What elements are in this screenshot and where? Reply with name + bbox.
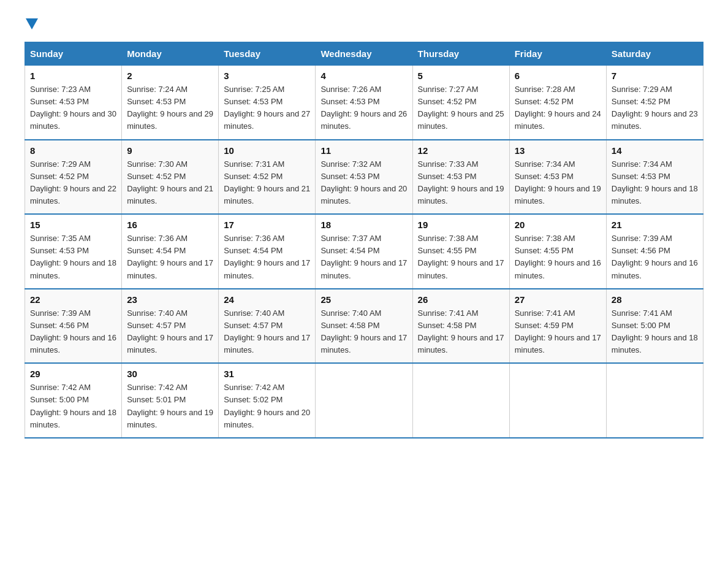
day-number: 11 xyxy=(320,145,407,156)
calendar-cell: 21 Sunrise: 7:39 AMSunset: 4:56 PMDaylig… xyxy=(606,214,703,289)
day-info: Sunrise: 7:26 AMSunset: 4:53 PMDaylight:… xyxy=(320,85,407,131)
day-number: 24 xyxy=(224,294,310,305)
calendar-cell: 9 Sunrise: 7:30 AMSunset: 4:52 PMDayligh… xyxy=(122,140,219,215)
day-info: Sunrise: 7:41 AMSunset: 4:58 PMDaylight:… xyxy=(418,308,504,354)
day-number: 17 xyxy=(224,220,310,230)
day-info: Sunrise: 7:32 AMSunset: 4:53 PMDaylight:… xyxy=(320,159,407,205)
calendar-cell xyxy=(509,363,606,438)
day-number: 28 xyxy=(612,294,698,305)
calendar-cell: 28 Sunrise: 7:41 AMSunset: 5:00 PMDaylig… xyxy=(606,289,703,364)
calendar-table: SundayMondayTuesdayWednesdayThursdayFrid… xyxy=(25,42,703,439)
day-number: 29 xyxy=(30,369,116,379)
day-number: 13 xyxy=(515,145,601,156)
calendar-cell: 20 Sunrise: 7:38 AMSunset: 4:55 PMDaylig… xyxy=(509,214,606,289)
calendar-cell: 29 Sunrise: 7:42 AMSunset: 5:00 PMDaylig… xyxy=(25,363,122,438)
day-info: Sunrise: 7:42 AMSunset: 5:00 PMDaylight:… xyxy=(30,383,116,429)
calendar-cell: 8 Sunrise: 7:29 AMSunset: 4:52 PMDayligh… xyxy=(25,140,122,215)
day-info: Sunrise: 7:39 AMSunset: 4:56 PMDaylight:… xyxy=(30,308,116,354)
day-info: Sunrise: 7:38 AMSunset: 4:55 PMDaylight:… xyxy=(515,234,601,280)
day-number: 15 xyxy=(30,220,116,230)
calendar-cell: 31 Sunrise: 7:42 AMSunset: 5:02 PMDaylig… xyxy=(219,363,316,438)
header-monday: Monday xyxy=(122,42,219,66)
day-info: Sunrise: 7:39 AMSunset: 4:56 PMDaylight:… xyxy=(612,234,698,280)
calendar-cell: 25 Sunrise: 7:40 AMSunset: 4:58 PMDaylig… xyxy=(316,289,412,364)
calendar-cell: 1 Sunrise: 7:23 AMSunset: 4:53 PMDayligh… xyxy=(25,66,122,140)
day-number: 18 xyxy=(320,220,407,230)
calendar-cell: 16 Sunrise: 7:36 AMSunset: 4:54 PMDaylig… xyxy=(122,214,219,289)
header-sunday: Sunday xyxy=(25,42,122,66)
calendar-cell: 17 Sunrise: 7:36 AMSunset: 4:54 PMDaylig… xyxy=(219,214,316,289)
calendar-cell: 27 Sunrise: 7:41 AMSunset: 4:59 PMDaylig… xyxy=(509,289,606,364)
header-wednesday: Wednesday xyxy=(316,42,412,66)
day-number: 4 xyxy=(320,71,407,81)
calendar-cell: 23 Sunrise: 7:40 AMSunset: 4:57 PMDaylig… xyxy=(122,289,219,364)
day-number: 30 xyxy=(127,369,213,379)
day-number: 5 xyxy=(418,71,504,81)
day-info: Sunrise: 7:31 AMSunset: 4:52 PMDaylight:… xyxy=(224,159,310,205)
day-number: 20 xyxy=(515,220,601,230)
day-info: Sunrise: 7:33 AMSunset: 4:53 PMDaylight:… xyxy=(418,159,504,205)
calendar-cell: 19 Sunrise: 7:38 AMSunset: 4:55 PMDaylig… xyxy=(412,214,509,289)
logo-arrow-icon xyxy=(26,18,38,29)
day-number: 8 xyxy=(30,145,116,156)
calendar-cell: 22 Sunrise: 7:39 AMSunset: 4:56 PMDaylig… xyxy=(25,289,122,364)
calendar-cell: 14 Sunrise: 7:34 AMSunset: 4:53 PMDaylig… xyxy=(606,140,703,215)
calendar-cell: 30 Sunrise: 7:42 AMSunset: 5:01 PMDaylig… xyxy=(122,363,219,438)
logo xyxy=(25,18,39,31)
calendar-cell: 24 Sunrise: 7:40 AMSunset: 4:57 PMDaylig… xyxy=(219,289,316,364)
calendar-cell: 3 Sunrise: 7:25 AMSunset: 4:53 PMDayligh… xyxy=(219,66,316,140)
week-row-1: 1 Sunrise: 7:23 AMSunset: 4:53 PMDayligh… xyxy=(25,66,703,140)
day-info: Sunrise: 7:35 AMSunset: 4:53 PMDaylight:… xyxy=(30,234,116,280)
day-info: Sunrise: 7:30 AMSunset: 4:52 PMDaylight:… xyxy=(127,159,213,205)
day-info: Sunrise: 7:29 AMSunset: 4:52 PMDaylight:… xyxy=(612,85,698,131)
week-row-2: 8 Sunrise: 7:29 AMSunset: 4:52 PMDayligh… xyxy=(25,140,703,215)
calendar-cell: 18 Sunrise: 7:37 AMSunset: 4:54 PMDaylig… xyxy=(316,214,412,289)
day-info: Sunrise: 7:37 AMSunset: 4:54 PMDaylight:… xyxy=(320,234,407,280)
day-info: Sunrise: 7:27 AMSunset: 4:52 PMDaylight:… xyxy=(418,85,504,131)
day-number: 26 xyxy=(418,294,504,305)
calendar-cell: 26 Sunrise: 7:41 AMSunset: 4:58 PMDaylig… xyxy=(412,289,509,364)
day-info: Sunrise: 7:36 AMSunset: 4:54 PMDaylight:… xyxy=(127,234,213,280)
calendar-cell: 13 Sunrise: 7:34 AMSunset: 4:53 PMDaylig… xyxy=(509,140,606,215)
day-number: 3 xyxy=(224,71,310,81)
day-info: Sunrise: 7:40 AMSunset: 4:57 PMDaylight:… xyxy=(127,308,213,354)
calendar-cell: 11 Sunrise: 7:32 AMSunset: 4:53 PMDaylig… xyxy=(316,140,412,215)
day-number: 16 xyxy=(127,220,213,230)
calendar-cell: 7 Sunrise: 7:29 AMSunset: 4:52 PMDayligh… xyxy=(606,66,703,140)
calendar-cell: 12 Sunrise: 7:33 AMSunset: 4:53 PMDaylig… xyxy=(412,140,509,215)
day-number: 6 xyxy=(515,71,601,81)
week-row-5: 29 Sunrise: 7:42 AMSunset: 5:00 PMDaylig… xyxy=(25,363,703,438)
day-info: Sunrise: 7:42 AMSunset: 5:02 PMDaylight:… xyxy=(224,383,310,429)
calendar-cell xyxy=(606,363,703,438)
day-info: Sunrise: 7:24 AMSunset: 4:53 PMDaylight:… xyxy=(127,85,213,131)
day-info: Sunrise: 7:36 AMSunset: 4:54 PMDaylight:… xyxy=(224,234,310,280)
day-info: Sunrise: 7:41 AMSunset: 4:59 PMDaylight:… xyxy=(515,308,601,354)
calendar-cell: 5 Sunrise: 7:27 AMSunset: 4:52 PMDayligh… xyxy=(412,66,509,140)
header-friday: Friday xyxy=(509,42,606,66)
day-info: Sunrise: 7:40 AMSunset: 4:57 PMDaylight:… xyxy=(224,308,310,354)
day-number: 10 xyxy=(224,145,310,156)
calendar-cell xyxy=(316,363,412,438)
day-info: Sunrise: 7:34 AMSunset: 4:53 PMDaylight:… xyxy=(515,159,601,205)
day-number: 7 xyxy=(612,71,698,81)
header-saturday: Saturday xyxy=(606,42,703,66)
week-row-4: 22 Sunrise: 7:39 AMSunset: 4:56 PMDaylig… xyxy=(25,289,703,364)
day-info: Sunrise: 7:41 AMSunset: 5:00 PMDaylight:… xyxy=(612,308,698,354)
header-thursday: Thursday xyxy=(412,42,509,66)
week-row-3: 15 Sunrise: 7:35 AMSunset: 4:53 PMDaylig… xyxy=(25,214,703,289)
day-number: 22 xyxy=(30,294,116,305)
day-number: 9 xyxy=(127,145,213,156)
calendar-cell: 6 Sunrise: 7:28 AMSunset: 4:52 PMDayligh… xyxy=(509,66,606,140)
day-number: 1 xyxy=(30,71,116,81)
calendar-cell: 2 Sunrise: 7:24 AMSunset: 4:53 PMDayligh… xyxy=(122,66,219,140)
calendar-cell: 15 Sunrise: 7:35 AMSunset: 4:53 PMDaylig… xyxy=(25,214,122,289)
calendar-cell xyxy=(412,363,509,438)
calendar-cell: 4 Sunrise: 7:26 AMSunset: 4:53 PMDayligh… xyxy=(316,66,412,140)
day-info: Sunrise: 7:38 AMSunset: 4:55 PMDaylight:… xyxy=(418,234,504,280)
header-tuesday: Tuesday xyxy=(219,42,316,66)
day-info: Sunrise: 7:34 AMSunset: 4:53 PMDaylight:… xyxy=(612,159,698,205)
day-info: Sunrise: 7:29 AMSunset: 4:52 PMDaylight:… xyxy=(30,159,116,205)
day-info: Sunrise: 7:25 AMSunset: 4:53 PMDaylight:… xyxy=(224,85,310,131)
day-info: Sunrise: 7:40 AMSunset: 4:58 PMDaylight:… xyxy=(320,308,407,354)
day-info: Sunrise: 7:23 AMSunset: 4:53 PMDaylight:… xyxy=(30,85,116,131)
